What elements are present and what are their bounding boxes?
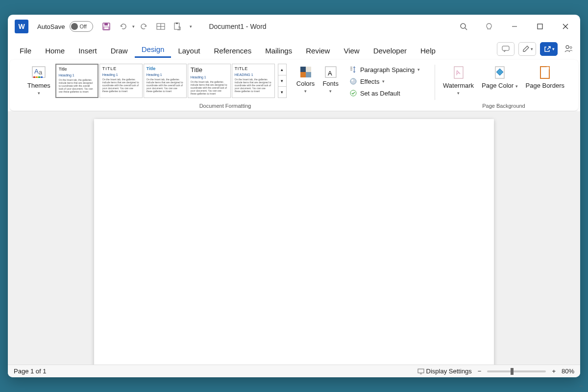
save-button[interactable] — [99, 19, 114, 34]
watermark-icon: A — [451, 65, 466, 81]
check-circle-icon — [349, 89, 357, 97]
tab-mailings[interactable]: Mailings — [258, 43, 299, 58]
undo-dropdown-icon[interactable]: ▾ — [132, 24, 135, 29]
toggle-knob-icon — [71, 23, 78, 30]
svg-rect-1 — [104, 23, 108, 25]
status-bar: Page 1 of 1 Display Settings − + 80% — [8, 365, 580, 377]
gallery-scroll: ▴ ▾ ▾ — [278, 64, 287, 98]
group-document-formatting: Aa Themes▾ TitleHeading 1On the Insert t… — [16, 62, 435, 110]
svg-point-15 — [566, 46, 569, 49]
paragraph-spacing-button[interactable]: Paragraph Spacing ▾ — [347, 65, 422, 74]
svg-rect-27 — [306, 72, 311, 77]
svg-rect-2 — [104, 27, 109, 29]
redo-button[interactable] — [137, 19, 151, 34]
colors-label: Colors — [296, 80, 315, 87]
title-bar: W AutoSave Off ▾ ▾ Document1 - Word — [8, 15, 580, 38]
svg-rect-23 — [41, 76, 43, 78]
display-settings-button[interactable]: Display Settings — [417, 368, 472, 375]
page-borders-icon — [538, 65, 552, 81]
tips-button[interactable] — [477, 17, 501, 36]
display-icon — [417, 368, 424, 374]
tab-view[interactable]: View — [337, 43, 366, 58]
page-color-label: Page Color — [482, 82, 514, 89]
svg-text:A: A — [34, 68, 39, 75]
page[interactable] — [94, 119, 494, 365]
page-indicator[interactable]: Page 1 of 1 — [14, 368, 47, 375]
style-thumb[interactable]: TitleHeading 1On the Insert tab, the gal… — [144, 64, 187, 98]
svg-rect-20 — [33, 76, 35, 78]
svg-rect-22 — [38, 76, 40, 78]
autosave-state: Off — [79, 24, 86, 29]
group-page-background: A Watermark▾ Page Color ▾ Page Borders P… — [435, 62, 572, 110]
search-button[interactable] — [452, 17, 475, 36]
svg-rect-24 — [300, 67, 306, 72]
tab-insert[interactable]: Insert — [72, 43, 104, 58]
tab-developer[interactable]: Developer — [367, 43, 414, 58]
effects-icon — [349, 77, 357, 85]
gallery-up-button[interactable]: ▴ — [278, 64, 286, 75]
page-color-button[interactable]: Page Color ▾ — [479, 64, 520, 91]
svg-rect-26 — [300, 72, 306, 77]
autosave-toggle[interactable]: Off — [70, 21, 93, 32]
set-default-button[interactable]: Set as Default — [347, 88, 422, 98]
undo-button[interactable] — [116, 19, 130, 34]
page-borders-label: Page Borders — [526, 82, 565, 89]
svg-point-33 — [350, 78, 356, 84]
zoom-level[interactable]: 80% — [562, 368, 574, 375]
zoom-in-button[interactable]: + — [552, 368, 556, 375]
tab-layout[interactable]: Layout — [171, 43, 207, 58]
minimize-button[interactable] — [503, 17, 526, 36]
group-label-background: Page Background — [482, 103, 525, 109]
tab-home[interactable]: Home — [38, 43, 72, 58]
watermark-button[interactable]: A Watermark▾ — [440, 64, 477, 98]
share-button[interactable]: ▾ — [540, 42, 558, 56]
tab-review[interactable]: Review — [299, 43, 337, 58]
tab-draw[interactable]: Draw — [104, 43, 135, 58]
zoom-slider[interactable] — [487, 370, 546, 372]
tab-help[interactable]: Help — [414, 43, 442, 58]
fonts-button[interactable]: A Fonts▾ — [319, 64, 342, 96]
svg-rect-7 — [176, 23, 178, 24]
effects-button[interactable]: Effects ▾ — [347, 76, 422, 86]
style-gallery: TitleHeading 1On the Insert tab, the gal… — [55, 64, 275, 98]
paste-quick-button[interactable] — [170, 19, 185, 34]
svg-point-8 — [461, 24, 466, 28]
gallery-down-button[interactable]: ▾ — [278, 75, 286, 87]
close-button[interactable] — [554, 17, 577, 36]
table-quick-button[interactable] — [153, 19, 168, 34]
svg-text:a: a — [39, 69, 43, 76]
account-button[interactable] — [562, 44, 575, 54]
gallery-more-button[interactable]: ▾ — [278, 87, 286, 98]
fonts-icon: A — [323, 65, 338, 79]
style-thumb[interactable]: TitleHeading 1On the Insert tab, the gal… — [188, 64, 231, 98]
style-thumb[interactable]: TITLEHEADING 1On the Insert tab, the gal… — [232, 64, 275, 98]
document-canvas[interactable] — [8, 111, 580, 365]
formatting-options: Paragraph Spacing ▾ Effects ▾ Set as Def… — [343, 64, 426, 99]
maximize-button[interactable] — [528, 17, 552, 36]
svg-rect-25 — [306, 67, 311, 72]
page-color-icon — [492, 65, 507, 81]
word-app-icon: W — [15, 20, 28, 33]
svg-text:A: A — [328, 70, 332, 77]
ribbon: Aa Themes▾ TitleHeading 1On the Insert t… — [10, 60, 578, 111]
zoom-thumb[interactable] — [511, 368, 514, 375]
themes-button[interactable]: Aa Themes▾ — [24, 64, 53, 98]
ribbon-tabs: File Home Insert Draw Design Layout Refe… — [8, 38, 580, 58]
style-thumb[interactable]: TITLEHeading 1On the Insert tab, the gal… — [99, 64, 143, 98]
tab-design[interactable]: Design — [135, 41, 172, 58]
comments-button[interactable] — [497, 42, 514, 56]
fonts-label: Fonts — [322, 80, 339, 87]
group-label-formatting: Document Formatting — [199, 103, 251, 109]
page-borders-button[interactable]: Page Borders — [523, 64, 568, 91]
themes-icon: Aa — [30, 65, 47, 81]
tab-file[interactable]: File — [13, 43, 38, 58]
svg-rect-21 — [36, 76, 38, 78]
svg-rect-14 — [502, 46, 509, 50]
tab-references[interactable]: References — [207, 43, 258, 58]
style-thumb[interactable]: TitleHeading 1On the Insert tab, the gal… — [55, 64, 98, 98]
zoom-out-button[interactable]: − — [478, 368, 482, 375]
qat-customize-icon[interactable]: ▾ — [190, 24, 192, 29]
editing-mode-button[interactable]: ▾ — [518, 42, 536, 56]
quick-access-toolbar: ▾ ▾ — [99, 19, 195, 34]
colors-button[interactable]: Colors▾ — [294, 64, 318, 96]
